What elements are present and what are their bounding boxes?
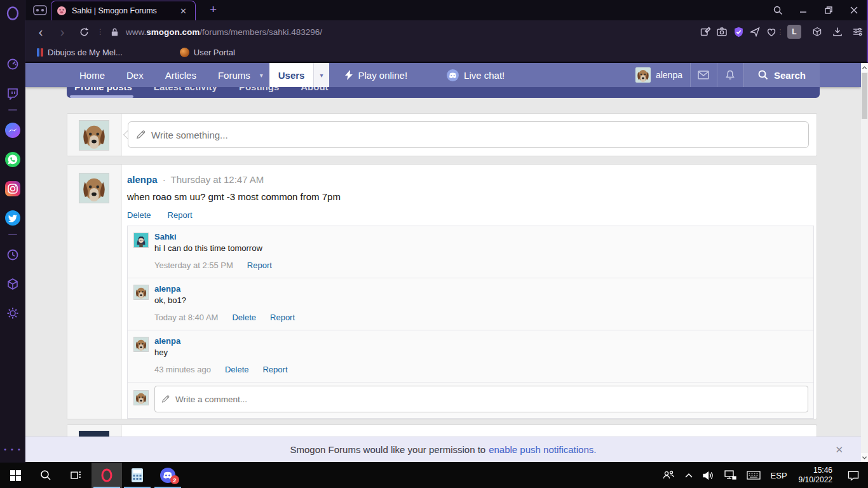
volume-icon[interactable]	[698, 463, 719, 488]
new-tab-button[interactable]: +	[205, 3, 222, 17]
easy-setup-sliders-icon[interactable]	[849, 20, 867, 43]
workspaces-icon[interactable]	[31, 3, 50, 17]
pencil-icon	[136, 130, 146, 140]
nav-play-online[interactable]: Play online!	[334, 63, 418, 87]
comment-author-link[interactable]: alenpa	[154, 284, 180, 294]
people-icon[interactable]	[657, 463, 680, 488]
messenger-icon[interactable]	[0, 121, 25, 140]
speed-dial-icon[interactable]	[0, 55, 25, 74]
pin-edit-icon[interactable]	[696, 20, 714, 43]
nav-users-active[interactable]: Users ▾	[269, 63, 329, 87]
taskbar-opera-gx[interactable]	[92, 463, 122, 488]
back-icon[interactable]: ‹	[32, 20, 50, 43]
touch-keyboard-icon[interactable]	[742, 463, 766, 488]
taskbar-calculator[interactable]	[122, 463, 153, 488]
comment-author-link[interactable]: Sahki	[154, 232, 177, 241]
bookmark-item[interactable]: User Portal	[180, 48, 235, 57]
vpn-shield-icon[interactable]	[729, 20, 747, 43]
task-view-icon[interactable]	[61, 463, 92, 488]
downloads-icon[interactable]	[829, 20, 846, 43]
tab-about[interactable]: About	[301, 87, 328, 92]
write-something-input[interactable]	[128, 121, 809, 148]
tab-profile-posts[interactable]: Profile posts	[74, 87, 132, 92]
search-button[interactable]: Search	[743, 63, 820, 87]
settings-gear-icon[interactable]	[0, 304, 25, 323]
report-link[interactable]: Report	[168, 210, 193, 220]
action-center-icon[interactable]	[839, 463, 868, 488]
nav-home[interactable]: Home	[69, 63, 116, 87]
post-timestamp[interactable]: Thursday at 12:47 AM	[171, 174, 264, 185]
browser-search-icon[interactable]	[765, 0, 790, 20]
alerts-bell-icon[interactable]	[717, 63, 743, 87]
share-send-icon[interactable]	[746, 20, 764, 43]
avatar[interactable]	[133, 233, 149, 248]
extension-l-icon[interactable]: L	[785, 20, 803, 43]
windows-taskbar: 2 ESP 15:46 9/10/2022	[0, 463, 868, 488]
address-bar[interactable]: www.smogon.com/forums/members/sahki.4832…	[126, 20, 322, 43]
scrollbar-thumb[interactable]	[862, 73, 867, 119]
delete-link[interactable]: Delete	[127, 210, 151, 220]
nav-account[interactable]: alenpa	[628, 63, 690, 87]
delete-link[interactable]: Delete	[225, 365, 249, 374]
browser-tab[interactable]: Sahki | Smogon Forums ✕	[51, 1, 196, 20]
snapshot-camera-icon[interactable]	[713, 20, 731, 43]
nav-forums[interactable]: Forums	[207, 63, 261, 87]
taskbar-search-icon[interactable]	[31, 463, 61, 488]
history-icon[interactable]	[0, 245, 25, 264]
twitter-icon[interactable]	[0, 208, 25, 227]
nav-dex[interactable]: Dex	[116, 63, 154, 87]
avatar[interactable]	[79, 173, 109, 203]
instagram-icon[interactable]	[0, 179, 25, 198]
reload-icon[interactable]	[75, 20, 93, 43]
taskbar-clock[interactable]: 15:46 9/10/2022	[792, 463, 839, 488]
show-hidden-icons-chevron[interactable]	[680, 463, 698, 488]
post-author-link[interactable]: alenpa	[127, 174, 158, 185]
page-scrollbar[interactable]	[861, 63, 868, 462]
users-caret-icon[interactable]: ▾	[313, 63, 329, 87]
inbox-envelope-icon[interactable]	[690, 63, 717, 87]
active-tab-underline	[70, 95, 133, 98]
tab-latest-activity[interactable]: Latest activity	[154, 87, 217, 92]
bookmark-item[interactable]: Dibujos de My Mel...	[37, 48, 123, 57]
comment-timestamp[interactable]: Yesterday at 2:55 PM	[154, 261, 233, 270]
window-close-button[interactable]	[841, 0, 867, 20]
avatar[interactable]	[133, 285, 149, 300]
comment-editor-row	[128, 383, 813, 418]
push-permission-bar: Smogon Forums would like your permission…	[25, 437, 861, 462]
forums-caret-icon[interactable]: ▾	[255, 63, 268, 87]
sidebar-more-icon[interactable]: • • •	[0, 440, 25, 459]
taskbar-discord[interactable]: 2	[153, 463, 183, 488]
forward-icon[interactable]: ›	[53, 20, 71, 43]
avatar[interactable]	[133, 337, 149, 352]
opera-logo-icon[interactable]	[0, 4, 25, 23]
window-restore-button[interactable]	[816, 0, 841, 20]
push-permission-text: Smogon Forums would like your permission…	[290, 444, 486, 455]
report-link[interactable]: Report	[247, 261, 272, 270]
nav-articles[interactable]: Articles	[154, 63, 207, 87]
scroll-down-icon[interactable]	[861, 453, 868, 462]
tab-postings[interactable]: Postings	[239, 87, 279, 92]
nav-live-chat[interactable]: Live chat!	[437, 63, 515, 87]
report-link[interactable]: Report	[262, 365, 287, 374]
write-comment-input[interactable]	[154, 386, 808, 412]
close-icon[interactable]: ✕	[835, 437, 843, 462]
extensions-cube-icon[interactable]	[0, 274, 25, 294]
delete-link[interactable]: Delete	[232, 313, 256, 322]
twitch-icon[interactable]	[0, 84, 25, 103]
enable-push-link[interactable]: enable push notifications.	[489, 444, 596, 455]
whatsapp-icon[interactable]	[0, 150, 25, 169]
comment-timestamp[interactable]: 43 minutes ago	[154, 365, 211, 374]
start-button[interactable]	[0, 463, 31, 488]
lock-icon[interactable]	[105, 20, 123, 43]
comment-timestamp[interactable]: Today at 8:40 AM	[154, 313, 218, 322]
network-icon[interactable]	[719, 463, 742, 488]
report-link[interactable]: Report	[270, 313, 295, 322]
comment-author-link[interactable]: alenpa	[154, 336, 180, 346]
search-icon	[758, 70, 768, 80]
tab-close-icon[interactable]: ✕	[177, 5, 190, 17]
language-indicator[interactable]: ESP	[766, 463, 792, 488]
scroll-up-icon[interactable]	[861, 63, 868, 72]
avatar[interactable]	[79, 120, 109, 151]
sidebar-cube-icon[interactable]	[808, 20, 826, 43]
window-minimize-button[interactable]	[790, 0, 816, 20]
